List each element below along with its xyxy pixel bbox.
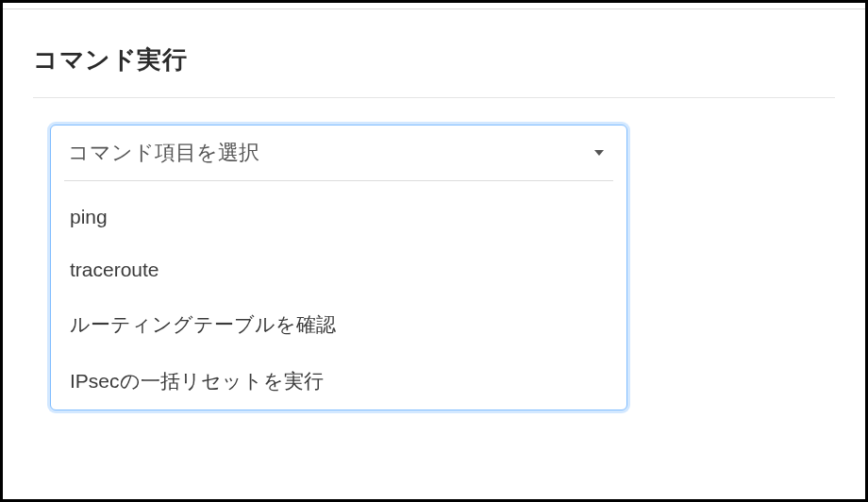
dropdown-placeholder: コマンド項目を選択	[68, 139, 259, 167]
command-dropdown[interactable]: コマンド項目を選択 ping traceroute ルーティングテーブルを確認 …	[50, 125, 627, 410]
dropdown-option-traceroute[interactable]: traceroute	[51, 243, 626, 296]
dropdown-toggle[interactable]: コマンド項目を選択	[51, 126, 626, 180]
dropdown-option-ipsec-reset[interactable]: IPsecの一括リセットを実行	[51, 353, 626, 410]
window-frame: コマンド実行 コマンド項目を選択 ping traceroute ルーティングテ…	[0, 0, 868, 502]
title-underline	[33, 97, 835, 98]
dropdown-options-list: ping traceroute ルーティングテーブルを確認 IPsecの一括リセ…	[51, 181, 626, 410]
section-title: コマンド実行	[33, 43, 835, 76]
dropdown-option-ping[interactable]: ping	[51, 191, 626, 243]
dropdown-option-routing-table[interactable]: ルーティングテーブルを確認	[51, 296, 626, 353]
chevron-down-icon	[594, 150, 604, 156]
content-area: コマンド実行 コマンド項目を選択 ping traceroute ルーティングテ…	[3, 9, 865, 410]
dropdown-box: コマンド項目を選択 ping traceroute ルーティングテーブルを確認 …	[50, 125, 627, 410]
